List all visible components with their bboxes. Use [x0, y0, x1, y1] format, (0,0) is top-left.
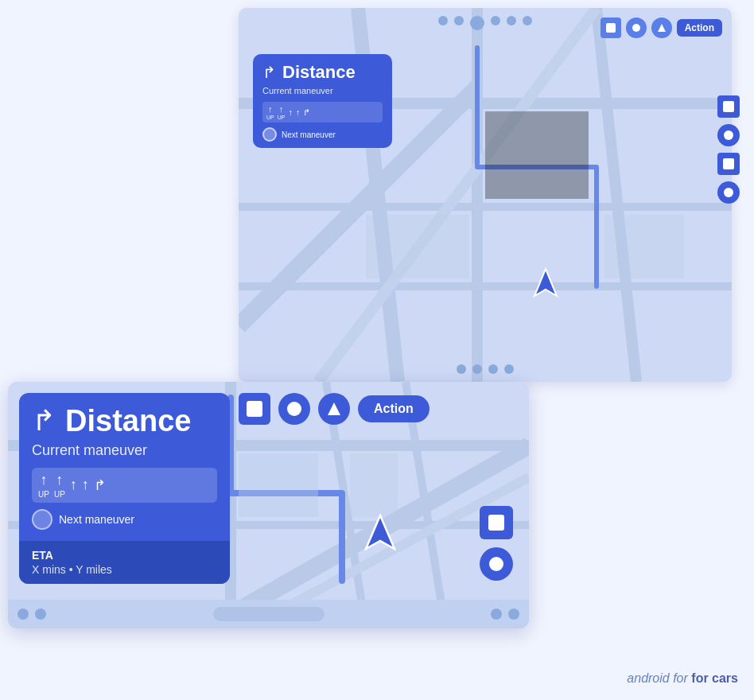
bottom-dot	[17, 609, 29, 620]
large-lane-row: ↑ UP ↑ UP ↑ ↑ ↱	[32, 468, 217, 503]
large-square-button[interactable]	[239, 393, 270, 425]
large-eta-section: ETA X mins • Y miles	[19, 541, 230, 584]
small-square-button[interactable]	[600, 18, 621, 38]
svg-marker-33	[366, 515, 394, 549]
small-next-maneuver: Next maneuver	[262, 127, 383, 142]
large-lane-arrow: ↑	[40, 472, 47, 488]
bottom-dots-left	[17, 609, 46, 620]
large-turn-icon: ↱	[32, 404, 56, 438]
side-square-btn2[interactable]	[717, 153, 740, 175]
large-next-label: Next maneuver	[59, 513, 134, 526]
small-lane-item: ↑	[288, 107, 293, 117]
svg-rect-29	[350, 453, 398, 517]
large-next-dot	[32, 509, 52, 530]
large-lane-arrow: ↑	[70, 476, 77, 493]
side-square-btn[interactable]	[717, 95, 740, 118]
dot	[472, 364, 482, 374]
svg-point-35	[489, 557, 503, 571]
small-lane-item: ↱	[303, 107, 310, 118]
bottom-pill	[213, 607, 325, 621]
small-action-button[interactable]: Action	[677, 19, 722, 37]
brand-for: for	[673, 671, 691, 685]
svg-rect-12	[606, 23, 616, 33]
small-lane-label: UP	[278, 115, 286, 120]
side-circle-btn2[interactable]	[717, 181, 740, 204]
bottom-dot	[491, 609, 502, 620]
large-lane-item: ↱	[94, 476, 106, 494]
large-next-maneuver: Next maneuver	[32, 509, 217, 533]
svg-rect-16	[723, 101, 734, 112]
small-screen: Action ↱ Distance Current maneuver ↑ UP …	[239, 8, 732, 382]
dot	[507, 16, 516, 25]
svg-rect-28	[239, 453, 318, 517]
bottom-dot	[35, 609, 46, 620]
dot	[457, 364, 466, 374]
svg-rect-18	[723, 158, 734, 169]
dot	[504, 364, 514, 374]
small-nav-title: ↱ Distance	[262, 62, 383, 83]
small-nav-arrow	[533, 267, 558, 302]
large-float-buttons	[480, 506, 513, 581]
svg-rect-10	[366, 215, 469, 278]
small-lane-arrow: ↑	[296, 107, 301, 117]
svg-rect-11	[604, 215, 684, 278]
side-circle-btn[interactable]	[717, 124, 740, 146]
eta-label: ETA	[32, 549, 217, 562]
large-lane-item: ↑ UP	[38, 472, 49, 499]
svg-rect-9	[485, 111, 589, 199]
dot	[491, 16, 500, 25]
small-lane-arrow: ↑	[268, 104, 273, 114]
small-bottom-dots	[239, 364, 732, 374]
dot	[438, 16, 448, 25]
small-action-bar: Action	[600, 18, 722, 38]
small-lane-arrow: ↑	[279, 104, 284, 114]
large-action-button[interactable]: Action	[358, 395, 429, 422]
large-lane-item: ↑	[82, 476, 89, 493]
large-distance: Distance	[65, 406, 191, 436]
large-nav-main: ↱ Distance Current maneuver ↑ UP ↑ UP ↑ …	[19, 393, 230, 541]
small-turn-icon: ↱	[262, 63, 276, 82]
large-nav-title: ↱ Distance	[32, 404, 217, 438]
eta-value: X mins • Y miles	[32, 563, 217, 576]
svg-point-13	[632, 24, 640, 32]
small-distance: Distance	[282, 62, 356, 83]
large-lane-arrow: ↑	[82, 476, 89, 493]
svg-marker-15	[534, 269, 557, 296]
small-next-label: Next maneuver	[282, 130, 336, 139]
large-lane-item: ↑ UP	[54, 472, 65, 499]
brand-text: android for for cars	[627, 671, 738, 686]
bottom-dots-right	[491, 609, 519, 620]
right-side-buttons	[717, 95, 740, 204]
dot	[454, 16, 464, 25]
svg-point-17	[724, 130, 733, 140]
svg-rect-30	[247, 401, 262, 417]
dot	[523, 16, 532, 25]
svg-marker-32	[328, 402, 340, 415]
large-float-circle[interactable]	[480, 547, 513, 581]
large-bottom-bar	[8, 600, 529, 628]
small-lane-arrow: ↑	[288, 107, 293, 117]
large-triangle-button[interactable]	[318, 393, 350, 425]
small-circle-button[interactable]	[626, 18, 647, 38]
small-nav-card: ↱ Distance Current maneuver ↑ UP ↑ UP ↑ …	[253, 54, 392, 148]
svg-marker-14	[658, 24, 666, 32]
bottom-dot	[508, 609, 519, 620]
brand-suffix: for cars	[691, 671, 738, 685]
large-lane-arrow: ↑	[56, 472, 63, 488]
svg-point-31	[287, 402, 301, 416]
large-lane-item: ↑	[70, 476, 77, 493]
small-lane-row: ↑ UP ↑ UP ↑ ↑ ↱	[262, 102, 383, 122]
dot	[488, 364, 498, 374]
large-nav-card: ↱ Distance Current maneuver ↑ UP ↑ UP ↑ …	[19, 393, 230, 584]
large-screen: Action ↱ Distance Current maneuver ↑ UP …	[8, 382, 529, 628]
small-next-dot	[262, 127, 277, 142]
large-lane-label: UP	[38, 490, 49, 499]
large-lane-label: UP	[54, 490, 65, 499]
large-lane-arrow: ↱	[94, 476, 106, 494]
large-float-square[interactable]	[480, 506, 513, 539]
small-lane-item: ↑ UP	[266, 104, 274, 120]
dot	[470, 16, 484, 30]
small-triangle-button[interactable]	[651, 18, 672, 38]
large-circle-button[interactable]	[278, 393, 310, 425]
small-lane-item: ↑ UP	[278, 104, 286, 120]
